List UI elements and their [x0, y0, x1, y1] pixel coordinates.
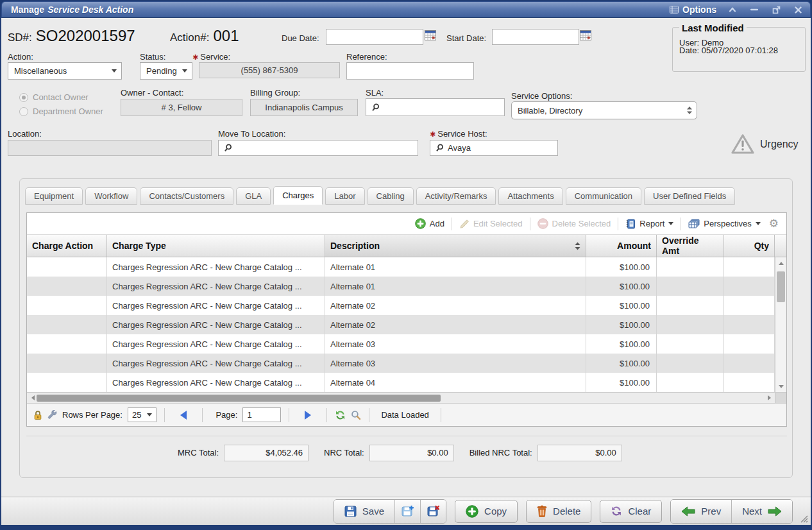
cell-charge-type: Charges Regression ARC - New Charge Cata… [107, 277, 325, 296]
vertical-scrollbar[interactable] [775, 257, 786, 392]
start-date-calendar-icon[interactable] [580, 30, 591, 40]
next-page-arrow[interactable] [305, 411, 311, 420]
cell-qty [724, 354, 775, 373]
total-label: MRC Total: [178, 448, 219, 457]
contact-owner-radio: Contact Owner [19, 92, 89, 102]
scroll-left-arrow[interactable] [28, 393, 37, 403]
tab-attachments[interactable]: Attachments [498, 187, 562, 205]
delete-button[interactable]: Delete [526, 500, 591, 523]
save-button[interactable]: Save [334, 500, 394, 523]
urgency-indicator[interactable]: Urgency [731, 133, 799, 155]
column-header-charge-action[interactable]: Charge Action [27, 235, 107, 257]
refresh-icon[interactable] [335, 410, 346, 420]
resize-grip[interactable] [799, 514, 808, 523]
scroll-right-arrow[interactable] [765, 393, 774, 403]
vertical-scroll-thumb[interactable] [777, 271, 785, 302]
copy-button[interactable]: Copy [455, 500, 518, 523]
save-button-group: Save [334, 499, 446, 524]
scroll-down-arrow[interactable] [775, 382, 786, 391]
page-label: Page: [216, 410, 237, 420]
cell-amount: $100.00 [586, 354, 657, 373]
table-row[interactable]: Charges Regression ARC - New Charge Cata… [27, 354, 775, 373]
scrollbar-corner [775, 393, 786, 403]
due-date-calendar-icon[interactable] [425, 30, 436, 40]
cell-charge-type: Charges Regression ARC - New Charge Cata… [107, 315, 325, 334]
service-host-search-input[interactable]: Avaya [430, 140, 558, 156]
previous-page-arrow[interactable] [180, 411, 187, 420]
popout-icon[interactable] [770, 4, 782, 15]
service-options-select[interactable]: Billable, Directory [511, 101, 697, 119]
search-icon[interactable] [351, 410, 361, 420]
edit-selected-button[interactable]: Edit Selected [455, 219, 527, 229]
table-row[interactable]: Charges Regression ARC - New Charge Cata… [27, 277, 775, 296]
chevron-down-icon [112, 69, 117, 73]
cell-qty [724, 277, 775, 296]
reference-input[interactable] [346, 62, 474, 80]
cell-description: Alternate 02 [325, 296, 586, 315]
table-row[interactable]: Charges Regression ARC - New Charge Cata… [27, 296, 775, 315]
delete-selected-button[interactable]: Delete Selected [533, 218, 616, 229]
table-row[interactable]: Charges Regression ARC - New Charge Cata… [27, 257, 775, 277]
wrench-icon[interactable] [47, 410, 57, 420]
tab-contacts-customers[interactable]: Contacts/Customers [140, 187, 233, 205]
cell-amount: $100.00 [586, 315, 657, 334]
scroll-up-arrow[interactable] [775, 259, 786, 268]
tab-communication[interactable]: Communication [566, 187, 641, 205]
save-disk-icon [344, 506, 357, 517]
tab-cabling[interactable]: Cabling [368, 187, 414, 205]
save-and-add-button[interactable] [394, 500, 420, 523]
cell-override-amt [657, 277, 724, 296]
tab-activity-remarks[interactable]: Activity/Remarks [416, 187, 496, 205]
save-and-close-button[interactable] [420, 500, 446, 523]
options-button[interactable]: Options [670, 4, 716, 15]
last-modified-panel: Last Modified User: Demo Date: 05/07/202… [672, 27, 806, 72]
collapse-icon[interactable] [727, 4, 738, 15]
move-to-location-search-input[interactable] [218, 140, 418, 156]
sla-search-input[interactable] [366, 98, 505, 116]
add-button[interactable]: Add [410, 218, 449, 229]
clear-button[interactable]: Clear [600, 500, 662, 523]
column-header-override-amt[interactable]: Override Amt [657, 235, 724, 257]
column-header-amount[interactable]: Amount [586, 235, 657, 257]
next-button[interactable]: Next [731, 500, 792, 523]
tab-equipment[interactable]: Equipment [25, 187, 83, 205]
cell-charge-action [27, 315, 107, 334]
chevron-down-icon [668, 222, 673, 225]
status-select[interactable]: Pending [140, 62, 192, 80]
cell-qty [724, 334, 775, 354]
tab-user-defined-fields[interactable]: User Defined Fields [644, 187, 735, 205]
horizontal-scrollbar[interactable] [27, 392, 786, 403]
close-icon[interactable] [792, 4, 804, 15]
total-label: NRC Total: [324, 448, 364, 457]
action-label: Action: [8, 52, 33, 62]
table-row[interactable]: Charges Regression ARC - New Charge Cata… [27, 315, 775, 334]
copy-plus-icon [466, 505, 478, 518]
due-date-input[interactable] [326, 29, 423, 45]
gear-icon[interactable]: ⚙ [768, 218, 780, 229]
lock-icon[interactable] [33, 410, 42, 420]
cell-override-amt [657, 296, 724, 315]
report-button[interactable]: Report [621, 219, 678, 229]
perspectives-button[interactable]: Perspectives [684, 219, 765, 229]
tab-workflow[interactable]: Workflow [85, 187, 137, 205]
last-modified-date: Date: 05/07/2020 07:01:28 [679, 44, 799, 57]
horizontal-scroll-thumb[interactable] [37, 395, 441, 402]
tab-charges[interactable]: Charges [273, 186, 323, 205]
cell-charge-type: Charges Regression ARC - New Charge Cata… [107, 354, 325, 373]
start-date-input[interactable] [492, 29, 579, 45]
page-input[interactable]: 1 [242, 407, 281, 422]
action-select[interactable]: Miscellaneous [8, 62, 122, 80]
column-header-qty[interactable]: Qty [724, 235, 775, 257]
table-row[interactable]: Charges Regression ARC - New Charge Cata… [27, 334, 775, 354]
save-close-icon [427, 506, 439, 517]
minimize-icon[interactable] [749, 4, 760, 15]
cell-description: Alternate 01 [325, 257, 586, 277]
chevron-down-icon [147, 413, 152, 416]
column-header-charge-type[interactable]: Charge Type [107, 235, 325, 257]
column-header-description[interactable]: Description [325, 235, 586, 257]
tab-gla[interactable]: GLA [236, 187, 271, 205]
tab-labor[interactable]: Labor [325, 187, 364, 205]
rows-per-page-select[interactable]: 25 [128, 407, 156, 422]
table-row[interactable]: Charges Regression ARC - New Charge Cata… [27, 373, 775, 392]
prev-button[interactable]: Prev [671, 500, 731, 523]
